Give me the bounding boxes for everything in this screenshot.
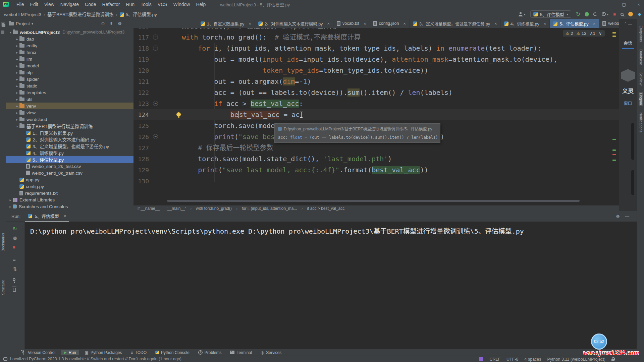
code-line[interactable]: 116 model.eval() # 验证模式, dropout不起作用 — [133, 28, 619, 32]
close-icon[interactable]: × — [494, 21, 497, 26]
tree-root-row[interactable]: ▾weiboLLMProject3D:\python_pro\weiboLLMP… — [6, 29, 133, 36]
tree-item[interactable]: ▸entity — [6, 42, 133, 49]
tree-item[interactable]: ▸venv — [6, 103, 133, 109]
menu-item-code[interactable]: Code — [82, 1, 99, 8]
scrollbar-thumb[interactable] — [631, 123, 634, 160]
editor-breadcrumb-item[interactable]: for i, (input_ids, attention_ma... — [242, 206, 297, 211]
tree-item[interactable]: ▾基于BERT模型进行增量微调训练 — [6, 123, 133, 129]
status-item[interactable]: Python 3.11 (weiboLLMProject) — [547, 357, 605, 362]
chevron-down-icon[interactable]: ▾ — [8, 31, 13, 34]
fold-icon[interactable]: − — [153, 46, 158, 51]
code-line[interactable]: 121 out = out.argmax(dim=-1) — [133, 76, 619, 87]
code-line[interactable]: 119 out = model(input_ids=input_ids.to(d… — [133, 54, 619, 65]
toolwindow-button-problems[interactable]: !Problems — [195, 350, 225, 355]
warning-mark[interactable] — [612, 32, 616, 34]
change-mark[interactable] — [612, 139, 616, 140]
hide-panel-icon[interactable]: — — [126, 21, 131, 26]
editor-tab[interactable]: 2、对训练输入文本进行编码.py× — [255, 19, 333, 28]
editor-tab[interactable]: 1、自定义数据集.py× — [197, 19, 255, 28]
error-mark[interactable] — [612, 154, 616, 155]
tree-item[interactable]: ▸llm — [6, 56, 133, 62]
coverage-button[interactable] — [593, 12, 597, 16]
debug-button[interactable] — [585, 12, 589, 16]
code-line[interactable]: 123− if acc > best_val_acc: — [133, 98, 619, 109]
pin-icon[interactable] — [13, 276, 15, 282]
tree-item[interactable]: ▸External Libraries — [6, 196, 133, 203]
settings-gear-icon[interactable]: ☸ — [616, 214, 620, 219]
fold-icon[interactable]: − — [153, 35, 158, 40]
close-icon[interactable]: × — [364, 21, 366, 26]
lingma-session-tab[interactable]: 会话 — [619, 40, 637, 46]
menu-item-vcs[interactable]: VCS — [155, 1, 170, 8]
chevron-right-icon[interactable]: ▸ — [15, 37, 19, 41]
event-log-icon[interactable] — [3, 357, 7, 361]
tree-item[interactable]: 5、评估模型.py — [6, 156, 133, 163]
stripe-tab-database[interactable]: Database — [639, 48, 643, 66]
menu-item-navigate[interactable]: Navigate — [57, 1, 82, 8]
chevron-right-icon[interactable]: ▸ — [15, 64, 19, 68]
code-line[interactable]: 117− with torch.no_grad(): # 验证模式,不需要梯度计… — [133, 32, 619, 43]
ai-assistant-button[interactable]: ◆ — [638, 11, 641, 17]
menu-item-window[interactable]: Window — [170, 1, 193, 8]
horizontal-scrollbar[interactable] — [167, 200, 580, 202]
stripe-tab-notifications[interactable]: Notifications — [639, 111, 643, 133]
grazie-icon[interactable] — [479, 357, 483, 361]
tree-item[interactable]: ▸static — [6, 82, 133, 89]
stripe-tab-endpoints[interactable]: Endpoints — [639, 24, 643, 43]
chevron-right-icon[interactable]: ▸ — [8, 205, 13, 208]
breadcrumb-item[interactable]: 5、评估模型.py — [126, 12, 157, 17]
scrollbar-thumb[interactable] — [631, 170, 634, 195]
menu-item-file[interactable]: File — [13, 1, 27, 8]
status-item[interactable]: 4 spaces — [525, 357, 541, 362]
chevron-right-icon[interactable]: ▸ — [15, 91, 19, 95]
panel-corner-icons[interactable]: ⌃ — — [619, 22, 637, 26]
code-line[interactable]: 129 print("save last model, acc:{:.4f}".… — [133, 165, 619, 176]
stripe-tab-lingma[interactable]: Lingma — [639, 92, 643, 106]
tree-item[interactable]: ▸model — [6, 62, 133, 69]
status-item[interactable]: UTF-8 — [506, 357, 518, 362]
close-icon[interactable]: × — [593, 21, 596, 26]
commit-tool-button[interactable] — [1, 29, 5, 34]
status-message[interactable]: Localized PyCharm 2023.1.3 is available … — [10, 357, 181, 361]
toolwindow-button-run[interactable]: ▶Run — [61, 350, 79, 355]
stop-icon[interactable]: ■ — [13, 245, 15, 250]
project-panel-title[interactable]: Project — [16, 21, 30, 26]
inspections-widget[interactable]: ⚠ 2 ⚠ 13 ∧1 ∨ — [563, 30, 605, 37]
close-icon[interactable]: × — [544, 21, 546, 26]
tree-item[interactable]: app.py — [6, 176, 133, 183]
chevron-right-icon[interactable]: ▸ — [15, 118, 19, 121]
tree-item[interactable]: requirements.txt — [6, 190, 133, 196]
tree-item[interactable]: ▸view — [6, 109, 133, 116]
next-problem-icon[interactable]: ∨ — [599, 31, 602, 36]
run-configuration-select[interactable]: 5、评估模型▾ — [530, 10, 571, 18]
hide-panel-icon[interactable]: — — [625, 214, 629, 219]
tree-item[interactable]: ▸templates — [6, 89, 133, 96]
restore-layout-icon[interactable]: ≡ — [13, 257, 16, 262]
toolwindow-button-version-control[interactable]: Version Control — [19, 350, 58, 355]
run-button[interactable]: ↻ — [576, 11, 580, 17]
breadcrumb-item[interactable]: 基于BERT模型进行增量微调训练 — [47, 12, 114, 17]
code-line[interactable]: 118− for i, (input_ids, attention_mask, … — [133, 43, 619, 54]
code-line[interactable]: 130 — [133, 176, 619, 187]
tree-item[interactable]: 3、定义增量模型，也就是下游任务.py — [6, 143, 133, 149]
rerun-icon[interactable]: ↻ — [13, 226, 17, 232]
tree-item[interactable]: ▸fenci — [6, 49, 133, 56]
clear-all-icon[interactable] — [13, 286, 16, 292]
chevron-down-icon[interactable]: ▾ — [15, 124, 19, 128]
editor-breadcrumb-item[interactable]: if acc > best_val_acc — [307, 206, 345, 211]
tree-item[interactable]: ▸Scratches and Consoles — [6, 203, 133, 210]
profiler-button[interactable]: ▾ — [602, 12, 608, 16]
breadcrumb-item[interactable]: weiboLLMProject3 — [4, 12, 41, 17]
code-editor[interactable]: 116 model.eval() # 验证模式, dropout不起作用117−… — [133, 28, 619, 205]
maximize-icon[interactable]: ▢ — [622, 2, 626, 7]
status-item[interactable]: CRLF — [489, 357, 500, 362]
tree-item[interactable]: ▸util — [6, 96, 133, 103]
bookmarks-tool-button[interactable]: Bookmarks — [1, 233, 5, 251]
structure-tool-button[interactable]: Structure — [1, 280, 5, 295]
editor-tab[interactable]: weibo_senti_2k_test.csv× — [599, 19, 619, 28]
chevron-right-icon[interactable]: ▸ — [15, 57, 19, 61]
collapse-all-icon[interactable]: ⇞ — [109, 21, 113, 26]
tree-item[interactable]: weibo_senti_8k_train.csv — [6, 170, 133, 176]
fold-icon[interactable]: − — [153, 101, 158, 106]
chevron-right-icon[interactable]: ▸ — [15, 71, 19, 74]
